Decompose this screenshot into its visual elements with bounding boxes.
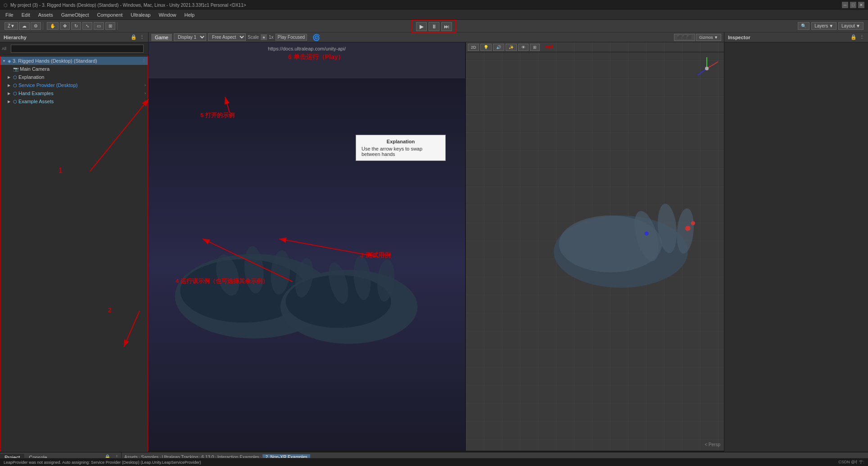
hand-arrow-right[interactable]: › (145, 91, 146, 96)
window-controls: ─ □ ✕ (842, 2, 864, 8)
menu-component[interactable]: Component (93, 11, 126, 18)
inspector-menu[interactable]: ⋮ (859, 34, 864, 40)
menu-window[interactable]: Window (155, 11, 180, 18)
menu-edit[interactable]: Edit (18, 11, 34, 18)
item-menu-icon[interactable]: ⋮ (142, 59, 146, 63)
hand-icon: ⬡ (13, 91, 17, 96)
hierarchy-all-label: All (2, 46, 6, 51)
hierarchy-explanation-label: Explanation (18, 74, 45, 80)
display-select[interactable]: Display 1 (174, 33, 206, 41)
object-icon: ⬡ (13, 75, 17, 80)
main-toolbar: Z▼ ☁ ⚙ ✋ ✥ ↻ ⤡ ▭ ⊞ ▶ ⏸ ⏭ 🔍 Layers ▼ Layo… (0, 20, 868, 32)
hierarchy-search-input[interactable] (11, 45, 144, 53)
menu-ultraleap[interactable]: Ultraleap (127, 11, 154, 18)
scale-value: 1x (269, 35, 274, 40)
minimize-button[interactable]: ─ (842, 2, 848, 8)
service-icon: ⬡ (13, 83, 17, 88)
search-button[interactable]: 🔍 (798, 22, 809, 30)
scene-hands-svg (466, 52, 724, 399)
hierarchy-handexamples-label: Hand Examples (18, 91, 54, 96)
game-tab[interactable]: Game (151, 34, 172, 41)
scene-view-tools[interactable]: ⬛⬛⬛ (674, 34, 695, 41)
hierarchy-item-explanation[interactable]: ▶ ⬡ Explanation (6, 73, 148, 81)
layers-dropdown[interactable]: Layers ▼ (811, 22, 836, 30)
hand-tool[interactable]: ✋ (47, 22, 59, 30)
hierarchy-menu[interactable]: ⋮ (140, 34, 145, 40)
gizmos-btn[interactable]: Gizmos ▼ (696, 34, 721, 41)
arrow-icon: ▼ (2, 59, 8, 63)
title-bar: ⬡ My project (3) - 3. Rigged Hands (Desk… (0, 0, 868, 10)
status-text: LeapProvider was not assigned. Auto assi… (4, 460, 201, 465)
inspector-title: Inspector (728, 35, 750, 40)
popup-title: Explanation (362, 139, 440, 144)
inspector-panel: Inspector 🔒 ⋮ (724, 32, 868, 452)
play-focused-btn[interactable]: Play Focused (276, 34, 307, 41)
inspector-lock[interactable]: 🔒 (850, 34, 857, 40)
unity-icon: ⬡ (4, 3, 8, 8)
game-toolbar: Game Display 1 Free Aspect Scale ● 1x Pl… (149, 32, 724, 42)
hierarchy-item-label: 3. Rigged Hands (Desktop) (Standard) (13, 58, 97, 64)
rotate-tool[interactable]: ↻ (71, 22, 81, 30)
item-arrow-right[interactable]: › (145, 83, 146, 87)
hierarchy-header: Hierarchy 🔒 ⋮ (0, 32, 148, 42)
transform-tools: Z▼ ☁ ⚙ (3, 22, 43, 30)
hierarchy-item-camera[interactable]: 📷 Main Camera (6, 65, 148, 73)
watermark: CSDN @彳亍: (838, 459, 864, 465)
hierarchy-tree: ▼ ◈ 3. Rigged Hands (Desktop) (Standard)… (0, 55, 148, 452)
persp-label: < Persp (705, 442, 720, 447)
hierarchy-service-label: Service Provider (Desktop) (18, 82, 77, 88)
scale-indicator: ● (261, 34, 267, 40)
scene-icon: ◈ (8, 59, 11, 64)
hierarchy-title: Hierarchy (4, 35, 27, 40)
scene-gizmo (693, 55, 720, 82)
status-bar: LeapProvider was not assigned. Auto assi… (0, 458, 868, 466)
game-hands-svg (149, 78, 465, 451)
ultraleap-logo: 🌀 (312, 34, 320, 41)
title-text: My project (3) - 3. Rigged Hands (Deskto… (10, 3, 246, 8)
move-tool[interactable]: ✥ (60, 22, 70, 30)
svg-point-22 (705, 67, 709, 70)
menu-help[interactable]: Help (181, 11, 199, 18)
menu-bar: File Edit Assets GameObject Component Ul… (0, 10, 868, 20)
hierarchy-panel: Hierarchy 🔒 ⋮ All ▼ ◈ 3. Rigged Hands (D… (0, 32, 149, 452)
inspector-header: Inspector 🔒 ⋮ (724, 32, 868, 42)
aspect-select[interactable]: Free Aspect (208, 33, 246, 41)
pause-button[interactable]: ⏸ (429, 22, 439, 31)
hierarchy-item-service[interactable]: ▶ ⬡ Service Provider (Desktop) › (6, 81, 148, 89)
inspector-content (724, 42, 868, 452)
scale-label: Scale (248, 35, 259, 40)
scene-view: 2D 💡 🔊 ✨ 👁 ⊞ sed (465, 42, 724, 451)
hierarchy-camera-label: Main Camera (20, 66, 50, 72)
game-canvas: https://docs.ultraleap.com/unity-api/ (149, 42, 465, 451)
menu-gameobject[interactable]: GameObject (58, 11, 93, 18)
hierarchy-item-exampleassets[interactable]: ▶ ⬡ Example Assets › (6, 97, 148, 105)
center-area: Game Display 1 Free Aspect Scale ● 1x Pl… (149, 32, 724, 452)
transform-tool[interactable]: ⊞ (105, 22, 115, 30)
step-button[interactable]: ⏭ (441, 22, 452, 31)
hierarchy-exampleassets-label: Example Assets (18, 99, 54, 104)
menu-file[interactable]: File (2, 11, 17, 18)
cloud-button[interactable]: ☁ (19, 22, 30, 30)
svg-point-17 (691, 221, 695, 225)
maximize-button[interactable]: □ (850, 2, 856, 8)
rect-tool[interactable]: ▭ (94, 22, 104, 30)
close-button[interactable]: ✕ (858, 2, 864, 8)
play-controls: ▶ ⏸ ⏭ (411, 20, 457, 33)
svg-point-16 (685, 226, 690, 231)
play-button[interactable]: ▶ (416, 22, 427, 31)
menu-assets[interactable]: Assets (35, 11, 57, 18)
assets-arrow-right[interactable]: › (145, 99, 146, 104)
camera-icon: 📷 (13, 67, 18, 72)
svg-point-18 (644, 232, 648, 236)
z-button[interactable]: Z▼ (5, 22, 18, 30)
hierarchy-lock[interactable]: 🔒 (131, 34, 137, 40)
hierarchy-item-handexamples[interactable]: ▶ ⬡ Hand Examples › (6, 89, 148, 97)
hierarchy-item-root[interactable]: ▼ ◈ 3. Rigged Hands (Desktop) (Standard)… (0, 57, 148, 65)
gear-button[interactable]: ⚙ (31, 22, 41, 30)
popup-text: Use the arrow keys to swap between hands (362, 146, 440, 157)
layout-dropdown[interactable]: Layout ▼ (838, 22, 863, 30)
explanation-popup: Explanation Use the arrow keys to swap b… (356, 135, 446, 161)
game-url: https://docs.ultraleap.com/unity-api/ (268, 46, 346, 51)
assets-icon: ⬡ (13, 99, 17, 104)
scale-tool[interactable]: ⤡ (82, 22, 92, 30)
